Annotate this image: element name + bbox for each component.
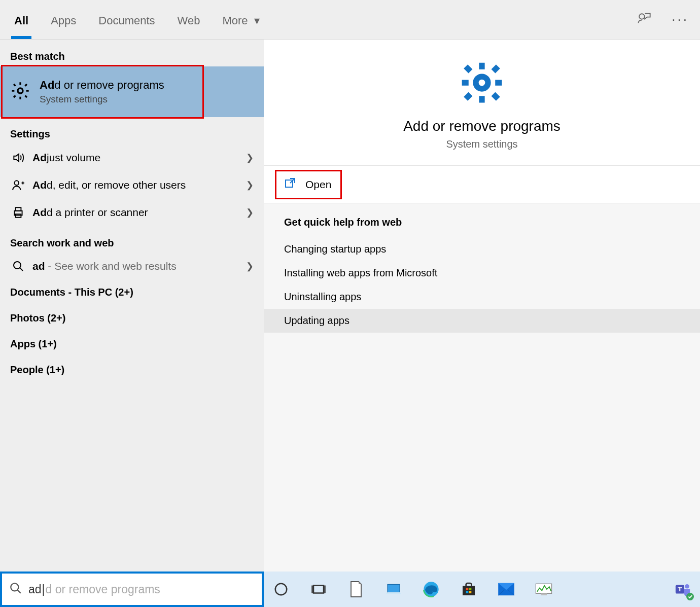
settings-item-label: Adjust volume [32,152,246,164]
search-typed: ad [28,583,42,596]
open-label: Open [305,178,331,191]
category-documents[interactable]: Documents - This PC (2+) [0,279,264,305]
teams-icon[interactable]: T [673,579,693,599]
search-ghost: d or remove programs [46,583,160,596]
chevron-right-icon: ❯ [246,261,254,272]
tab-more-label: More [222,14,248,27]
printer-icon [10,206,26,219]
svg-point-26 [686,593,694,600]
web-search-item[interactable]: ad - See work and web results ❯ [0,253,264,279]
detail-subtitle: System settings [279,138,685,150]
tab-more[interactable]: More ▾ [219,1,262,39]
category-people[interactable]: People (1+) [0,357,264,383]
gear-icon [459,96,505,108]
search-icon [10,260,26,272]
settings-item-printer[interactable]: Add a printer or scanner ❯ [0,199,264,226]
svg-point-25 [685,584,689,589]
svg-point-0 [639,14,645,19]
tab-documents[interactable]: Documents [95,1,158,39]
text-cursor: | [42,583,45,596]
svg-point-9 [11,583,18,591]
svg-point-10 [275,584,287,595]
tab-web[interactable]: Web [174,1,203,39]
search-icon [9,582,22,597]
help-link-startup[interactable]: Changing startup apps [284,237,680,261]
svg-rect-5 [16,214,21,218]
chevron-right-icon: ❯ [246,207,254,218]
category-apps[interactable]: Apps (1+) [0,331,264,357]
gear-icon [10,81,30,103]
results-panel: Best match Add or remove programs System… [0,40,264,572]
volume-icon [10,151,26,164]
taskbar: T [264,572,700,607]
detail-panel: Add or remove programs System settings O… [264,40,700,572]
detail-header: Add or remove programs System settings [264,40,700,166]
svg-point-7 [476,77,488,89]
store-icon[interactable] [459,579,479,599]
mail-icon[interactable] [496,579,516,599]
chevron-down-icon: ▾ [254,14,260,27]
section-best-match: Best match [0,40,264,66]
best-match-result[interactable]: Add or remove programs System settings [0,66,264,117]
svg-rect-4 [16,207,21,211]
feedback-icon[interactable] [637,11,651,28]
tab-all[interactable]: All [11,1,31,39]
web-search-label: ad - See work and web results [32,260,246,272]
help-link-updating[interactable]: Updating apps [264,309,700,333]
svg-rect-15 [463,586,475,595]
search-input[interactable]: ad|d or remove programs [0,572,264,607]
libreoffice-icon[interactable] [346,579,366,599]
svg-rect-21 [536,584,551,593]
best-match-title: Add or remove programs [40,79,164,92]
search-tabbar: All Apps Documents Web More ▾ ··· [0,0,700,40]
quick-help-section: Get quick help from web Changing startup… [264,203,700,346]
svg-point-1 [18,88,23,93]
settings-item-label: Add a printer or scanner [32,206,246,219]
open-external-icon [284,177,296,192]
svg-rect-12 [388,584,400,592]
quick-help-header: Get quick help from web [284,217,680,228]
monitor-app-icon[interactable] [534,579,554,599]
bottom-bar: ad|d or remove programs T [0,572,700,607]
svg-rect-11 [313,586,324,593]
svg-rect-22 [541,593,547,595]
section-settings: Settings [0,117,264,144]
edge-icon[interactable] [421,579,441,599]
svg-rect-19 [469,591,472,593]
svg-point-6 [14,262,21,269]
help-link-uninstall[interactable]: Uninstalling apps [284,285,680,309]
chevron-right-icon: ❯ [246,180,254,191]
laptop-icon[interactable] [383,579,404,599]
settings-item-users[interactable]: Add, edit, or remove other users ❯ [0,171,264,199]
more-options-icon[interactable]: ··· [672,12,689,27]
svg-rect-16 [466,588,469,590]
detail-title: Add or remove programs [279,118,685,134]
settings-item-label: Add, edit, or remove other users [32,179,246,191]
settings-item-adjust-volume[interactable]: Adjust volume ❯ [0,144,264,171]
help-link-webapps[interactable]: Installing web apps from Microsoft [284,261,680,285]
svg-text:T: T [678,586,682,593]
chevron-right-icon: ❯ [246,152,254,163]
svg-rect-17 [469,588,472,590]
tab-apps[interactable]: Apps [48,1,79,39]
svg-point-2 [14,181,19,185]
user-plus-icon [10,178,26,192]
best-match-subtitle: System settings [40,94,164,105]
svg-rect-18 [466,591,469,593]
category-photos[interactable]: Photos (2+) [0,305,264,331]
task-view-icon[interactable] [308,579,329,599]
cortana-icon[interactable] [271,579,291,599]
open-action[interactable]: Open [264,166,700,203]
section-search-work-web: Search work and web [0,226,264,253]
